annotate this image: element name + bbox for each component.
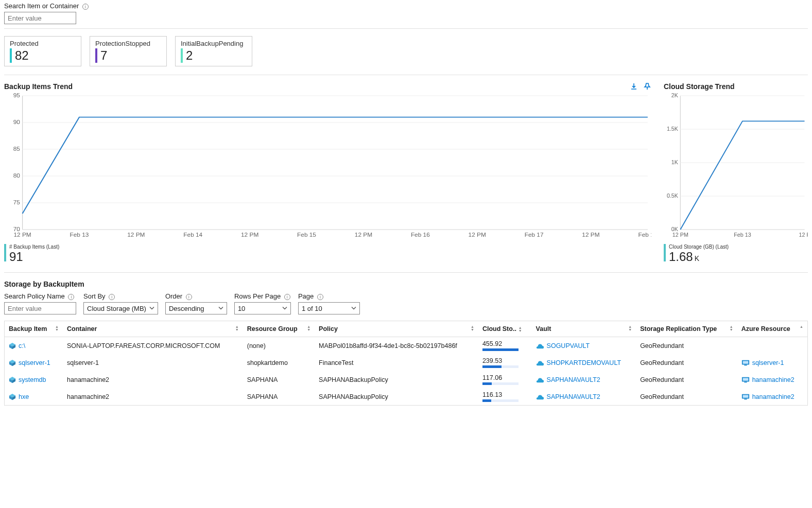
azure-resource-link[interactable]: hanamachine2 [741, 376, 803, 383]
cell-resource-group: shopkartdemo [243, 354, 315, 371]
chart2-footer-value: 1.68K [669, 250, 729, 264]
order-label: Order i [165, 292, 227, 300]
svg-text:0.5K: 0.5K [667, 193, 678, 199]
col-cloud-storage[interactable]: Cloud Sto..▲▼ [478, 321, 532, 337]
tile-label: Protected [10, 40, 76, 47]
svg-text:Feb 14: Feb 14 [183, 232, 202, 238]
status-tile[interactable]: InitialBackupPending 2 [175, 36, 252, 66]
chart2-footer-label: Cloud Storage (GB) (Last) [669, 244, 729, 250]
svg-rect-54 [742, 378, 748, 380]
backup-item-link[interactable]: sqlserver-1 [9, 359, 59, 366]
col-backup-item[interactable]: Backup Item▲▼ [5, 321, 63, 337]
svg-text:80: 80 [13, 173, 20, 179]
col-container[interactable]: Container▲▼ [63, 321, 243, 337]
svg-text:Feb 13: Feb 13 [70, 232, 89, 238]
cell-replication: GeoRedundant [636, 337, 737, 355]
sortby-select[interactable]: Cloud Storage (MB) [83, 302, 158, 314]
table-row: c:\ SONIA-LAPTOP.FAREAST.CORP.MICROSOFT.… [5, 337, 807, 355]
cell-cloud-storage: 455.92 [482, 340, 528, 351]
svg-text:1.5K: 1.5K [667, 126, 678, 132]
svg-text:Feb 18: Feb 18 [638, 232, 651, 238]
pin-icon[interactable] [643, 82, 651, 91]
table-row: sqlserver-1 sqlserver-1 shopkartdemo Fin… [5, 354, 807, 371]
storage-table: Backup Item▲▼ Container▲▼ Resource Group… [5, 321, 807, 405]
col-azure-resource[interactable]: Azure Resource▲ [737, 321, 807, 337]
page-label: Page i [298, 292, 360, 300]
cell-container: SONIA-LAPTOP.FAREAST.CORP.MICROSOFT.COM [63, 337, 243, 355]
tile-value: 82 [15, 48, 29, 63]
search-input[interactable] [4, 12, 76, 24]
status-tile[interactable]: Protected 82 [4, 36, 81, 66]
rows-select[interactable]: 10 [234, 302, 291, 314]
info-icon: i [186, 294, 192, 300]
chart1-footer-value: 91 [9, 250, 59, 264]
vault-link[interactable]: SAPHANAVAULT2 [536, 393, 632, 400]
vault-link[interactable]: SOGUPVAULT [536, 342, 632, 349]
chart2-title: Cloud Storage Trend [664, 82, 735, 91]
col-resource-group[interactable]: Resource Group▲▼ [243, 321, 315, 337]
cell-resource-group: SAPHANA [243, 371, 315, 388]
backup-item-link[interactable]: systemdb [9, 376, 59, 383]
cell-resource-group: SAPHANA [243, 388, 315, 405]
info-icon: i [317, 294, 323, 300]
chart2: 0K0.5K1K1.5K2K12 PMFeb 1312 P [664, 93, 808, 242]
cell-policy: SAPHANABackupPolicy [315, 371, 478, 388]
svg-text:12 PM: 12 PM [469, 232, 486, 238]
policy-search-label: Search Policy Name i [4, 292, 76, 300]
svg-text:12 P: 12 P [799, 232, 808, 238]
storage-title: Storage by BackupItem [4, 280, 808, 288]
svg-text:0K: 0K [671, 226, 678, 232]
svg-text:Feb 15: Feb 15 [297, 232, 316, 238]
svg-text:Feb 17: Feb 17 [525, 232, 544, 238]
search-label: Search Item or Container [4, 2, 79, 10]
info-icon: i [82, 4, 89, 10]
azure-resource-link[interactable]: sqlserver-1 [741, 359, 803, 366]
svg-text:12 PM: 12 PM [241, 232, 258, 238]
cell-cloud-storage: 116.13 [482, 391, 528, 402]
svg-rect-61 [744, 398, 747, 399]
backup-item-link[interactable]: hxe [9, 393, 59, 400]
tile-value: 2 [186, 48, 193, 63]
order-select[interactable]: Descending [165, 302, 227, 314]
col-policy[interactable]: Policy▲▼ [315, 321, 478, 337]
backup-item-link[interactable]: c:\ [9, 342, 59, 349]
svg-text:85: 85 [13, 146, 20, 152]
info-icon: i [109, 294, 115, 300]
tile-label: ProtectionStopped [95, 40, 161, 47]
svg-text:2K: 2K [671, 93, 678, 98]
info-icon: i [68, 294, 74, 300]
svg-text:Feb 16: Feb 16 [411, 232, 430, 238]
svg-rect-49 [744, 364, 747, 365]
svg-text:1K: 1K [671, 160, 678, 165]
col-vault[interactable]: Vault▲▼ [532, 321, 636, 337]
cell-replication: GeoRedundant [636, 371, 737, 388]
svg-text:12 PM: 12 PM [672, 232, 688, 238]
svg-text:12 PM: 12 PM [127, 232, 145, 238]
vault-link[interactable]: SAPHANAVAULT2 [536, 376, 632, 383]
info-icon: i [284, 294, 290, 300]
download-icon[interactable] [630, 82, 638, 91]
cell-container: sqlserver-1 [63, 354, 243, 371]
svg-rect-60 [742, 395, 748, 397]
col-replication[interactable]: Storage Replication Type▲▼ [636, 321, 737, 337]
cell-policy: SAPHANABackupPolicy [315, 388, 478, 405]
tile-label: InitialBackupPending [181, 40, 247, 47]
azure-resource-link[interactable]: hanamachine2 [741, 393, 803, 400]
svg-text:75: 75 [13, 200, 20, 205]
svg-text:12 PM: 12 PM [355, 232, 372, 238]
page-select[interactable]: 1 of 10 [298, 302, 360, 314]
chart1-footer-label: # Backup Items (Last) [9, 244, 59, 250]
svg-text:90: 90 [13, 119, 20, 125]
policy-search-input[interactable] [4, 302, 76, 314]
status-tile[interactable]: ProtectionStopped 7 [90, 36, 167, 66]
cell-cloud-storage: 117.06 [482, 374, 528, 385]
chart1-title: Backup Items Trend [4, 82, 73, 91]
table-row: systemdb hanamachine2 SAPHANA SAPHANABac… [5, 371, 807, 388]
table-row: hxe hanamachine2 SAPHANA SAPHANABackupPo… [5, 388, 807, 405]
chart1: 70758085909512 PMFeb 1312 PMFeb 1412 PMF… [4, 93, 651, 242]
svg-rect-48 [742, 361, 748, 363]
svg-text:Feb 13: Feb 13 [734, 232, 751, 238]
vault-link[interactable]: SHOPKARTDEMOVAULT [536, 359, 632, 366]
svg-text:12 PM: 12 PM [582, 232, 599, 238]
svg-text:12 PM: 12 PM [13, 232, 31, 238]
